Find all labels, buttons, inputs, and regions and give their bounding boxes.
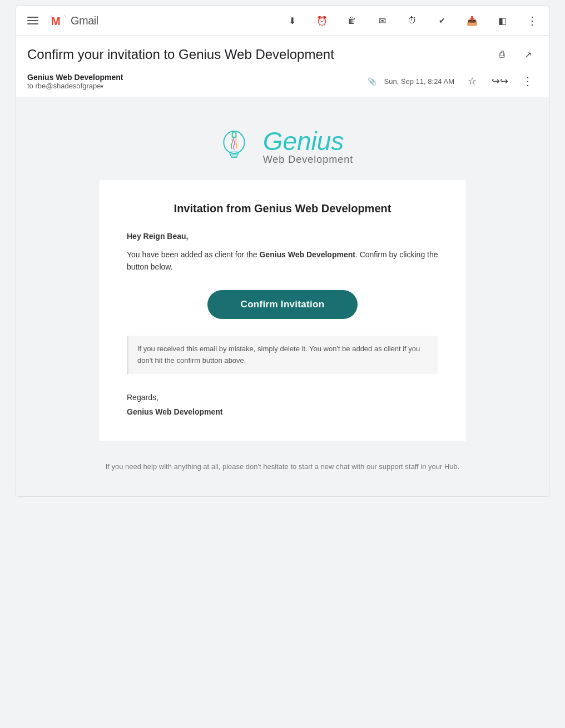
email-meta: 📎 Sun, Sep 11, 8:24 AM ☆ ↩↩ ⋮ xyxy=(368,71,538,91)
svg-text:M: M xyxy=(51,15,61,27)
dropdown-arrow-icon[interactable]: ▾ xyxy=(101,83,103,89)
gmail-label: Gmail xyxy=(71,14,98,27)
attachment-icon: 📎 xyxy=(368,77,376,86)
web-dev-logo-text: Web Development xyxy=(263,154,354,166)
open-in-new-button[interactable]: ↗ xyxy=(518,44,538,64)
email-card: Invitation from Genius Web Development H… xyxy=(99,180,466,441)
body-text-part1: You have been added as client for the xyxy=(127,250,259,259)
svg-point-2 xyxy=(224,131,244,153)
confirm-btn-wrapper: Confirm Invitation xyxy=(127,290,438,319)
sender-to: to rbe@shadesofgrape▾ xyxy=(27,82,123,90)
toolbar: M Gmail ⬇ ⏰ 🗑 ✉ ⏱ ✔ 📥 ◧ ⋮ xyxy=(16,6,549,36)
regards-name: Genius Web Development xyxy=(127,405,438,419)
email-date: Sun, Sep 11, 8:24 AM xyxy=(384,77,454,86)
toolbar-icons: ⬇ ⏰ 🗑 ✉ ⏱ ✔ 📥 ◧ ⋮ xyxy=(282,11,542,31)
logo-section: Genius Web Development xyxy=(27,108,538,180)
genius-logo-text: Genius xyxy=(263,128,354,154)
email-body-wrapper: Genius Web Development Invitation from G… xyxy=(16,97,549,496)
print-button[interactable]: ⎙ xyxy=(492,44,512,64)
done-button[interactable]: ✔ xyxy=(432,11,452,31)
hamburger-menu-button[interactable] xyxy=(23,11,43,31)
regards-section: Regards, Genius Web Development xyxy=(127,391,438,418)
inbox-button[interactable]: 📥 xyxy=(462,11,482,31)
label-button[interactable]: ◧ xyxy=(492,11,512,31)
card-title: Invitation from Genius Web Development xyxy=(127,202,438,215)
body-text: You have been added as client for the Ge… xyxy=(127,248,438,273)
confirm-invitation-button[interactable]: Confirm Invitation xyxy=(207,290,358,319)
delete-button[interactable]: 🗑 xyxy=(342,11,362,31)
disclaimer-text: If you received this email by mistake, s… xyxy=(127,336,438,375)
logo-text-wrapper: Genius Web Development xyxy=(263,128,354,166)
more-actions-button[interactable]: ⋮ xyxy=(522,11,542,31)
footer-text: If you need help with anything at all, p… xyxy=(106,462,460,471)
download-button[interactable]: ⬇ xyxy=(282,11,302,31)
email-header: Confirm your invitation to Genius Web De… xyxy=(16,36,549,97)
mark-unread-button[interactable]: ✉ xyxy=(372,11,392,31)
gmail-logo: M Gmail xyxy=(48,11,98,31)
email-subject: Confirm your invitation to Genius Web De… xyxy=(27,47,492,62)
more-email-button[interactable]: ⋮ xyxy=(518,71,538,91)
genius-bulb-logo xyxy=(212,124,256,169)
reply-all-button[interactable]: ↩↩ xyxy=(490,71,510,91)
logo-wrapper: Genius Web Development xyxy=(212,124,354,169)
greeting-text: Hey Reign Beau, xyxy=(127,232,438,241)
timer-button[interactable]: ⏱ xyxy=(402,11,422,31)
svg-rect-5 xyxy=(231,156,237,158)
sender-row: Genius Web Development to rbe@shadesofgr… xyxy=(27,71,538,91)
sender-name: Genius Web Development xyxy=(27,73,123,82)
star-button[interactable]: ☆ xyxy=(462,71,482,91)
toolbar-left: M Gmail xyxy=(23,11,98,31)
sender-info: Genius Web Development to rbe@shadesofgr… xyxy=(27,73,123,90)
body-text-bold: Genius Web Development xyxy=(259,250,355,259)
email-container: M Gmail ⬇ ⏰ 🗑 ✉ ⏱ ✔ 📥 ◧ ⋮ Confirm your i… xyxy=(16,6,549,497)
email-footer: If you need help with anything at all, p… xyxy=(27,452,538,486)
email-subject-row: Confirm your invitation to Genius Web De… xyxy=(27,44,538,64)
gmail-m-icon: M xyxy=(48,11,68,31)
hamburger-icon xyxy=(27,17,38,24)
regards-label: Regards, xyxy=(127,391,438,405)
snooze-button[interactable]: ⏰ xyxy=(312,11,332,31)
subject-actions: ⎙ ↗ xyxy=(492,44,538,64)
